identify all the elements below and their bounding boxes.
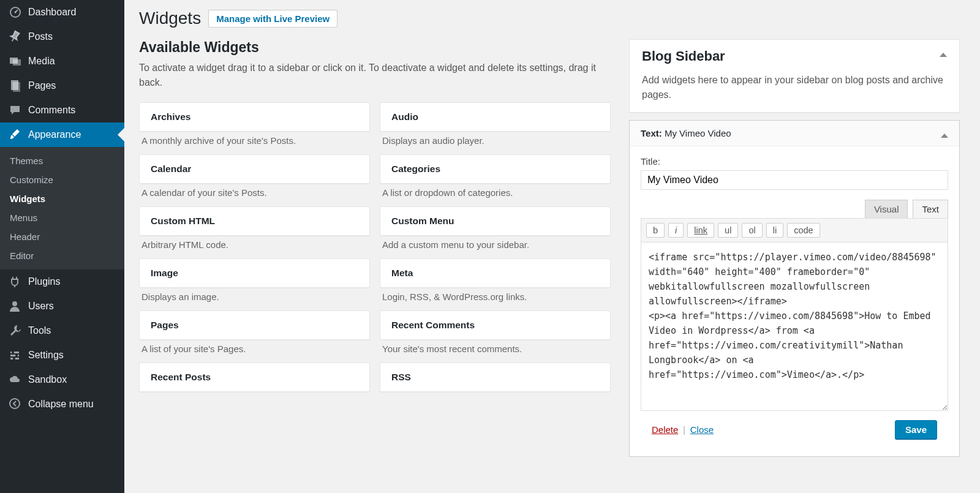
widget-description: A list of your site's Pages. — [139, 340, 370, 355]
nav-item-plugins[interactable]: Plugins — [0, 269, 124, 294]
widget-description: A monthly archive of your site's Posts. — [139, 132, 370, 147]
blog-sidebar-panel: Blog Sidebar Add widgets here to appear … — [629, 39, 960, 113]
editor-toolbar: b i link ul ol li code — [641, 218, 948, 243]
widget-audio[interactable]: Audio — [380, 102, 611, 132]
ol-button[interactable]: ol — [742, 223, 762, 238]
nav-label: Pages — [28, 80, 56, 91]
widget-categories[interactable]: Categories — [380, 154, 611, 184]
collapse-toggle-icon[interactable] — [940, 53, 947, 57]
visual-tab[interactable]: Visual — [865, 200, 908, 218]
widget-recent-posts[interactable]: Recent Posts — [139, 363, 370, 392]
nav-label: Plugins — [28, 276, 60, 287]
nav-label: Comments — [28, 105, 75, 116]
ul-button[interactable]: ul — [718, 223, 738, 238]
available-widgets-column: Available Widgets To activate a widget d… — [139, 39, 611, 457]
tools-icon — [9, 324, 22, 337]
widget-description: Add a custom menu to your sidebar. — [380, 236, 611, 251]
nav-label: Tools — [28, 325, 51, 336]
nav-label: Media — [28, 56, 55, 67]
widget-rss[interactable]: RSS — [380, 363, 611, 392]
sidebar-area-title: Blog Sidebar — [642, 48, 725, 64]
svg-point-6 — [12, 301, 17, 306]
nav-item-pages[interactable]: Pages — [0, 73, 124, 98]
dashboard-icon — [9, 6, 22, 19]
title-field-label: Title: — [641, 156, 948, 167]
nav-item-tools[interactable]: Tools — [0, 318, 124, 343]
submenu-themes[interactable]: Themes — [0, 151, 124, 170]
svg-rect-5 — [13, 82, 20, 92]
nav-item-users[interactable]: Users — [0, 294, 124, 318]
nav-item-appearance[interactable]: Appearance — [0, 122, 124, 147]
nav-label: Posts — [28, 31, 53, 42]
main-content: Widgets Manage with Live Preview Availab… — [124, 0, 980, 493]
submenu-widgets[interactable]: Widgets — [0, 189, 124, 208]
separator: | — [683, 425, 685, 435]
widget-calendar[interactable]: Calendar — [139, 154, 370, 184]
comments-icon — [9, 103, 22, 117]
widget-custom-menu[interactable]: Custom Menu — [380, 206, 611, 236]
appearance-submenu: ThemesCustomizeWidgetsMenusHeaderEditor — [0, 147, 124, 269]
collapse-menu[interactable]: Collapse menu — [0, 392, 124, 416]
nav-item-settings[interactable]: Settings — [0, 343, 124, 367]
nav-item-dashboard[interactable]: Dashboard — [0, 0, 124, 24]
svg-point-1 — [15, 12, 17, 13]
plugin-icon — [9, 275, 22, 288]
svg-point-13 — [10, 399, 20, 408]
nav-item-comments[interactable]: Comments — [0, 98, 124, 122]
live-preview-button[interactable]: Manage with Live Preview — [208, 10, 337, 28]
pages-icon — [9, 79, 22, 92]
page-title: Widgets — [139, 9, 201, 28]
nav-label: Sandbox — [28, 374, 67, 385]
collapse-toggle-icon[interactable] — [941, 134, 948, 138]
widget-archives[interactable]: Archives — [139, 102, 370, 132]
widget-description: A calendar of your site's Posts. — [139, 184, 370, 199]
cloud-icon — [9, 373, 22, 386]
nav-label: Appearance — [28, 129, 81, 140]
sidebar-area-column: Blog Sidebar Add widgets here to appear … — [629, 39, 960, 457]
widget-description: A list or dropdown of categories. — [380, 184, 611, 199]
text-tab[interactable]: Text — [913, 200, 948, 218]
nav-item-posts[interactable]: Posts — [0, 24, 124, 49]
widget-meta[interactable]: Meta — [380, 258, 611, 288]
italic-button[interactable]: i — [668, 223, 684, 238]
widget-description: Displays an image. — [139, 288, 370, 303]
widget-recent-comments[interactable]: Recent Comments — [380, 310, 611, 340]
brush-icon — [9, 128, 22, 141]
nav-item-sandbox[interactable]: Sandbox — [0, 367, 124, 392]
settings-icon — [9, 348, 22, 362]
save-button[interactable]: Save — [895, 420, 937, 439]
widget-custom-html[interactable]: Custom HTML — [139, 206, 370, 236]
user-icon — [9, 299, 22, 313]
svg-point-12 — [13, 358, 15, 360]
submenu-menus[interactable]: Menus — [0, 208, 124, 227]
widget-image[interactable]: Image — [139, 258, 370, 288]
svg-point-11 — [15, 355, 18, 357]
widget-description: Displays an audio player. — [380, 132, 611, 147]
nav-label: Users — [28, 301, 54, 312]
available-widgets-heading: Available Widgets — [139, 39, 611, 56]
link-button[interactable]: link — [687, 223, 714, 238]
widget-pages[interactable]: Pages — [139, 310, 370, 340]
li-button[interactable]: li — [766, 223, 783, 238]
nav-item-media[interactable]: Media — [0, 49, 124, 73]
close-link[interactable]: Close — [690, 424, 714, 435]
widget-description: Arbitrary HTML code. — [139, 236, 370, 251]
nav-label: Settings — [28, 350, 64, 361]
submenu-customize[interactable]: Customize — [0, 170, 124, 189]
submenu-header[interactable]: Header — [0, 227, 124, 246]
bold-button[interactable]: b — [646, 223, 665, 238]
submenu-editor[interactable]: Editor — [0, 246, 124, 265]
delete-link[interactable]: Delete — [652, 424, 678, 435]
content-textarea[interactable] — [641, 243, 948, 411]
widget-type-label: Text: — [641, 128, 662, 138]
title-input[interactable] — [641, 170, 948, 190]
sidebar-area-description: Add widgets here to appear in your sideb… — [630, 73, 959, 112]
page-header: Widgets Manage with Live Preview — [139, 9, 965, 28]
code-button[interactable]: code — [787, 223, 820, 238]
admin-sidebar: DashboardPostsMediaPagesCommentsAppearan… — [0, 0, 124, 493]
widget-instance-header[interactable]: Text: My Vimeo Video — [630, 121, 959, 146]
nav-label: Collapse menu — [28, 399, 94, 410]
nav-label: Dashboard — [28, 7, 76, 18]
available-widgets-description: To activate a widget drag it to a sideba… — [139, 61, 611, 90]
pin-icon — [9, 30, 22, 43]
